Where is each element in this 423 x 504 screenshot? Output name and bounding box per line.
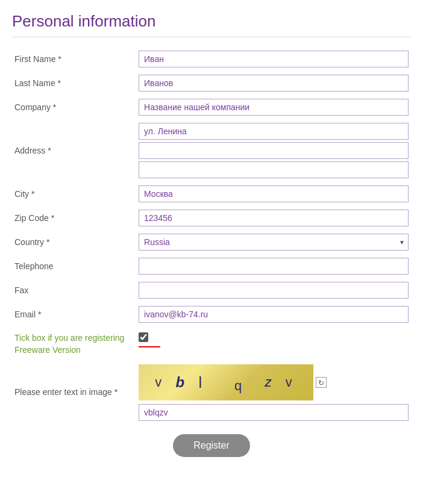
register-button[interactable]: Register <box>173 434 250 457</box>
fax-input[interactable] <box>139 282 409 299</box>
captcha-image: v b l q z v <box>139 364 313 400</box>
captcha-char1: v <box>155 375 166 390</box>
email-label: Email * <box>14 310 41 319</box>
zip-label: Zip Code * <box>14 213 54 223</box>
city-input[interactable] <box>139 185 409 202</box>
captcha-refresh-button[interactable]: ↻ <box>316 377 327 388</box>
company-input[interactable] <box>139 99 409 116</box>
address-label: Address * <box>14 146 51 155</box>
captcha-char2: b <box>176 374 190 391</box>
country-select[interactable]: Russia United States Germany France Chin… <box>139 234 409 250</box>
captcha-char4: q <box>234 378 246 394</box>
last-name-label: Last Name * <box>14 78 61 88</box>
email-input[interactable] <box>139 306 409 323</box>
city-label: City * <box>14 189 34 199</box>
address-line3-input[interactable] <box>139 161 409 178</box>
address-line2-input[interactable] <box>139 142 409 159</box>
first-name-label: First Name * <box>14 54 61 64</box>
last-name-input[interactable] <box>139 75 409 92</box>
address-line1-input[interactable] <box>139 123 409 140</box>
tick-underline <box>139 346 160 347</box>
captcha-char5: z <box>265 375 277 390</box>
country-label: Country * <box>14 237 49 247</box>
zip-input[interactable] <box>139 210 409 226</box>
freeware-checkbox[interactable] <box>139 332 148 342</box>
captcha-char6: v <box>286 375 297 390</box>
tick-label: Tick box if you are registering Freeware… <box>14 333 124 355</box>
telephone-input[interactable] <box>139 258 409 275</box>
telephone-label: Telephone <box>14 261 54 271</box>
fax-label: Fax <box>14 285 28 295</box>
captcha-char3: l <box>198 373 207 392</box>
company-label: Company * <box>14 102 56 112</box>
first-name-input[interactable] <box>139 51 409 67</box>
captcha-label: Please enter text in image * <box>14 387 118 397</box>
captcha-input[interactable] <box>139 404 409 421</box>
page-title: Personal information <box>12 12 411 37</box>
country-select-wrapper: Russia United States Germany France Chin… <box>139 234 409 250</box>
captcha-container: v b l q z v ↻ <box>139 364 409 400</box>
